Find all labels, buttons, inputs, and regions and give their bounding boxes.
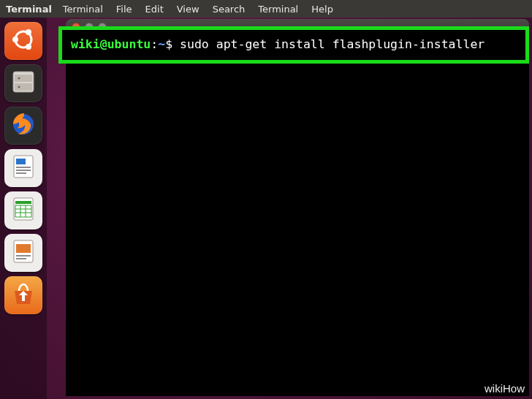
svg-rect-23 — [16, 244, 31, 253]
launcher-writer[interactable] — [4, 149, 42, 187]
ubuntu-dash-icon — [9, 25, 38, 57]
software-center-icon — [9, 279, 38, 311]
files-icon — [9, 67, 38, 99]
highlighted-command: wiki@ubuntu:~$ sudo apt-get install flas… — [58, 26, 529, 64]
firefox-icon — [9, 110, 38, 142]
terminal-window — [66, 19, 529, 396]
launcher-calc[interactable] — [4, 191, 42, 229]
menubar-app-name: Terminal — [6, 4, 52, 15]
svg-rect-12 — [16, 167, 31, 168]
ubuntu-desktop: Terminal Terminal File Edit View Search … — [0, 0, 532, 399]
global-menubar: Terminal Terminal File Edit View Search … — [0, 0, 532, 18]
svg-rect-24 — [16, 255, 31, 256]
svg-point-1 — [12, 37, 18, 42]
launcher-dash[interactable] — [4, 22, 42, 60]
launcher-impress[interactable] — [4, 234, 42, 272]
writer-icon — [9, 152, 38, 184]
unity-launcher — [0, 18, 47, 399]
menu-file[interactable]: File — [116, 4, 132, 15]
svg-rect-11 — [16, 159, 26, 164]
terminal-body[interactable] — [66, 35, 529, 396]
impress-icon — [9, 237, 38, 269]
launcher-software-center[interactable] — [4, 276, 42, 314]
svg-point-2 — [26, 29, 31, 35]
svg-rect-25 — [16, 258, 26, 259]
launcher-firefox[interactable] — [4, 107, 42, 145]
command-text: sudo apt-get install flashplugin-install… — [180, 37, 484, 51]
calc-icon — [9, 194, 38, 227]
prompt-colon: : — [151, 37, 158, 51]
svg-rect-16 — [15, 201, 31, 204]
svg-point-7 — [18, 77, 20, 79]
menu-help[interactable]: Help — [311, 4, 333, 15]
svg-rect-26 — [22, 295, 25, 301]
svg-rect-14 — [16, 172, 26, 174]
menu-search[interactable]: Search — [213, 4, 246, 15]
wikihow-watermark: wikiHow — [484, 382, 525, 395]
launcher-files[interactable] — [4, 64, 42, 102]
menu-terminal[interactable]: Terminal — [63, 4, 103, 15]
menu-terminal-2[interactable]: Terminal — [258, 4, 298, 15]
svg-rect-13 — [16, 170, 31, 171]
menu-view[interactable]: View — [177, 4, 200, 15]
menu-edit[interactable]: Edit — [145, 4, 164, 15]
prompt-user-host: wiki@ubuntu — [71, 37, 151, 51]
prompt-symbol: $ — [165, 37, 172, 51]
svg-rect-6 — [15, 83, 32, 91]
svg-point-8 — [18, 86, 20, 88]
svg-point-3 — [26, 44, 31, 50]
svg-rect-5 — [15, 75, 32, 82]
prompt-path: ~ — [158, 37, 165, 51]
